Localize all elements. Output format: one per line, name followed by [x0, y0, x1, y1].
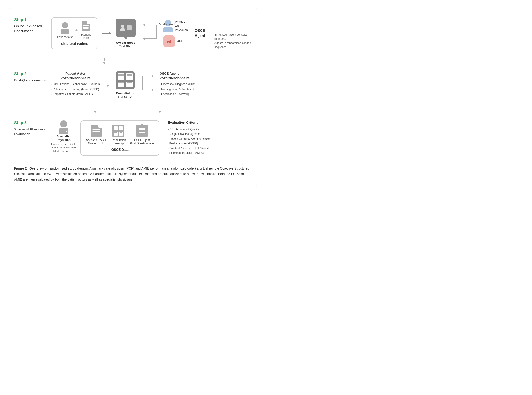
svg-marker-17 [94, 111, 96, 113]
pcp-label: PrimaryCarePhysician [175, 20, 188, 32]
svg-marker-13 [152, 75, 154, 77]
patient-q-title: Patient ActorPost-Questionnaire [51, 71, 100, 81]
figure-caption: Figure 2 | Overview of randomized study … [14, 166, 252, 182]
svg-marker-3 [143, 24, 145, 26]
down-arrow-1 [102, 57, 107, 64]
consultation-transcript-icon [112, 125, 124, 137]
eval-criteria-area: Evaluation Criteria - DDx Accuracy & Qua… [168, 121, 210, 155]
osce-agent-label-area: OSCEAgent [195, 28, 205, 39]
step2-bracket-connector [140, 71, 154, 92]
svg-marker-6 [143, 38, 145, 40]
step1-content: Patient Actor + Scena [51, 17, 252, 49]
step2-step3-connectors [14, 104, 252, 115]
step3-content: + SpecialistPhysician Evaluates both OSC… [51, 121, 252, 156]
simulated-patient-label: Simulated Patient [60, 42, 88, 46]
osce-data-icons-row: Scenario Pack +Ground Truth [86, 125, 154, 145]
step1-label: Step 1 Online Text-basedConsultation [14, 17, 51, 33]
figure-label: Figure 2 | Overview of randomized study … [14, 166, 89, 170]
scenario-pack-data-label: Scenario Pack +Ground Truth [86, 138, 106, 145]
step2-subtitle: Post-Questionnaires [14, 78, 49, 82]
down-arrow-step2 [105, 78, 110, 88]
specialist-name-label: SpecialistPhysician [56, 135, 71, 142]
patient-head-icon [62, 22, 68, 28]
consultation-transcript-item: ConsultationTranscript [110, 125, 126, 145]
osce-q-title: OSCE AgentPost-Questionnaire [160, 71, 189, 81]
caption-bold: Overview of randomized study design. [29, 166, 89, 170]
specialist-note: Evaluates both OSCEAgents in randomizedb… [51, 143, 76, 153]
osce-agent-label: OSCEAgent [195, 28, 205, 39]
osce-data-box: Scenario Pack +Ground Truth [81, 121, 159, 156]
arrow-sp-to-chat [102, 31, 111, 36]
step1-note: Simulated Patient consults both OSCEAgen… [214, 33, 252, 49]
bracket-connector-area: Randomized [143, 20, 161, 47]
amie-label: AMIE [177, 39, 185, 43]
svg-marker-10 [107, 85, 109, 87]
randomized-label: Randomized [158, 22, 175, 26]
scenario-pack-item: Scenario Pack +Ground Truth [86, 125, 106, 145]
osce-agent-pq-data-label: OSCE AgentPost-Questionnaire [130, 138, 154, 145]
specialist-physician-area: + SpecialistPhysician Evaluates both OSC… [51, 121, 76, 153]
plus-icon: + [75, 27, 78, 33]
scenario-pack-icon [91, 125, 102, 137]
step2-bracket-svg [140, 74, 154, 92]
scenario-pack-figure: ScenarioPack [81, 21, 91, 39]
pcp-body-icon [163, 27, 173, 32]
transcript-icon-area: ConsultationTranscript [116, 71, 135, 98]
step3-title: Step 3 [14, 121, 49, 125]
svg-marker-15 [152, 89, 154, 91]
patient-actor-figure: Patient Actor [57, 22, 73, 39]
svg-marker-8 [103, 62, 105, 64]
down-arrow-2a [93, 106, 97, 113]
transcript-grid-icon [116, 71, 135, 89]
osce-data-label: OSCE Data [111, 148, 129, 152]
scenario-pack-label: ScenarioPack [81, 33, 91, 39]
step2-section: Step 2 Post-Questionnaires Patient Actor… [14, 66, 252, 104]
step1-step2-connector [14, 55, 252, 66]
eval-title: Evaluation Criteria [168, 121, 198, 124]
sp-icons-row: Patient Actor + Scena [57, 21, 91, 39]
osce-q-items: - Differential Diagnosis (DDx) - Investi… [160, 82, 195, 97]
svg-marker-1 [110, 32, 111, 34]
synchronous-text-chat-label: SynchronousText Chat [116, 41, 135, 48]
patient-body-icon [61, 29, 69, 33]
consultation-transcript-data-label: ConsultationTranscript [110, 138, 126, 145]
osce-agent-pq-item: OSCE AgentPost-Questionnaire [130, 125, 154, 145]
step2-content: Patient ActorPost-Questionnaire - GMC Pa… [51, 71, 252, 98]
down-arrow-2b [158, 106, 162, 113]
patient-actor-label: Patient Actor [57, 35, 73, 39]
ai-badge: AI [163, 35, 175, 47]
step3-label: Step 3 Specialist PhysicianEvaluation [14, 121, 51, 137]
step2-arrow-down [105, 71, 110, 88]
step1-subtitle: Online Text-basedConsultation [14, 24, 49, 33]
chat-icon-area: SynchronousText Chat [116, 19, 136, 48]
chat-window-icon [116, 19, 136, 37]
step1-section: Step 1 Online Text-basedConsultation Pat… [14, 12, 252, 55]
pcp-figure [163, 20, 173, 32]
amie-agent-row: AI AMIE [163, 35, 188, 47]
eval-items: - DDx Accuracy & Quality - Diagnosis & M… [168, 127, 210, 155]
simulated-patient-box: Patient Actor + Scena [51, 17, 97, 49]
step1-title: Step 1 [14, 17, 49, 22]
arrow-right-svg [102, 31, 111, 36]
step3-subtitle: Specialist PhysicianEvaluation [14, 127, 49, 137]
osce-questionnaire: OSCE AgentPost-Questionnaire - Different… [160, 71, 195, 97]
specialist-figure: + [59, 121, 68, 134]
osce-agent-pq-icon [137, 125, 148, 137]
figure-container: Step 1 Online Text-basedConsultation Pat… [9, 7, 257, 187]
pcp-agent-row: PrimaryCarePhysician [163, 20, 188, 32]
specialist-head-icon [60, 121, 67, 127]
scenario-pack-doc-icon [82, 21, 90, 31]
patient-q-items: - GMC Patient Questionnaire (GMCPQ) - Re… [51, 82, 100, 97]
specialist-body-icon: + [59, 128, 68, 134]
patient-questionnaire: Patient ActorPost-Questionnaire - GMC Pa… [51, 71, 100, 97]
step2-label: Step 2 Post-Questionnaires [14, 71, 51, 82]
svg-marker-19 [159, 111, 161, 113]
step3-section: Step 3 Specialist PhysicianEvaluation + … [14, 115, 252, 161]
step2-title: Step 2 [14, 71, 49, 76]
transcript-label: ConsultationTranscript [116, 91, 134, 98]
